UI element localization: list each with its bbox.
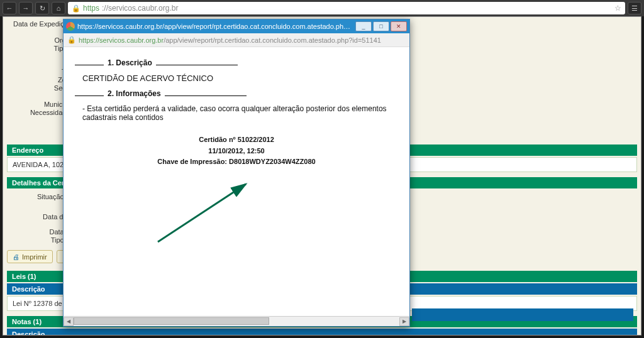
scroll-left-button[interactable]: ◀ [64, 317, 74, 326]
section-1-heading: 1. Descrição [75, 58, 398, 67]
menu-button[interactable]: ☰ [628, 2, 641, 14]
bookmark-star-icon[interactable]: ☆ [614, 4, 621, 13]
back-button[interactable]: ← [3, 2, 16, 14]
lock-icon: 🔒 [72, 4, 80, 13]
popup-window: https://servicos.caubr.org.br/app/view/r… [63, 19, 410, 327]
address-bar[interactable]: 🔒 https://servicos.caubr.org.br ☆ [68, 2, 625, 14]
browser-toolbar: ← → ↻ ⌂ 🔒 https://servicos.caubr.org.br … [0, 0, 644, 16]
popup-horizontal-scrollbar[interactable]: ◀ ▶ [64, 316, 409, 326]
footer-print-key: Chave de Impressão: D8018WDYZ2034W4ZZ080 [75, 156, 398, 168]
section-2-heading: 2. Informações [75, 89, 398, 98]
section-2-label: 2. Informações [108, 89, 161, 98]
forward-button[interactable]: → [19, 2, 33, 14]
scroll-right-button[interactable]: ▶ [399, 317, 409, 326]
popup-title: https://servicos.caubr.org.br/app/view/r… [77, 23, 354, 30]
notas-descricao-header: Descrição [7, 329, 637, 335]
section-1-label: 1. Descrição [108, 58, 152, 67]
annotation-arrow [152, 179, 258, 248]
popup-address-bar[interactable]: 🔒 https://servicos.caubr.org.br/app/view… [64, 33, 409, 47]
minimize-button[interactable]: _ [355, 21, 372, 31]
certificate-footer: Certidão nº 51022/2012 11/10/2012, 12:50… [75, 134, 398, 168]
right-blue-bar-1 [412, 308, 633, 321]
maximize-button[interactable]: □ [373, 21, 389, 31]
close-button[interactable]: ✕ [391, 21, 407, 31]
url-rest: ://servicos.caubr.org.br [102, 4, 178, 13]
popup-url-secure: https [79, 36, 94, 44]
popup-lock-icon: 🔒 [67, 36, 76, 44]
scroll-thumb[interactable] [74, 317, 269, 325]
imprimir-button[interactable]: 🖨Imprimir [7, 250, 53, 263]
popup-url-host: ://servicos.caubr.org.br [94, 36, 164, 44]
reload-button[interactable]: ↻ [35, 2, 49, 14]
scroll-track[interactable] [74, 317, 399, 326]
popup-url-path: /app/view/report/rpt.certidao.cat.conclu… [164, 36, 381, 44]
chrome-icon [66, 22, 75, 31]
imprimir-label: Imprimir [22, 253, 47, 261]
popup-body: 1. Descrição CERTIDÃO DE ACERVO TÉCNICO … [64, 47, 409, 316]
certificate-body-text: - Esta certidão perderá a validade, caso… [82, 104, 398, 122]
footer-cert-no: Certidão nº 51022/2012 [75, 134, 398, 146]
home-button[interactable]: ⌂ [52, 2, 65, 14]
print-icon: 🖨 [13, 253, 19, 261]
url-secure-part: https [83, 4, 99, 13]
popup-titlebar[interactable]: https://servicos.caubr.org.br/app/view/r… [64, 19, 409, 33]
footer-datetime: 11/10/2012, 12:50 [75, 146, 398, 157]
svg-line-0 [158, 184, 246, 242]
certificate-title: CERTIDÃO DE ACERVO TÉCNICO [82, 74, 398, 83]
